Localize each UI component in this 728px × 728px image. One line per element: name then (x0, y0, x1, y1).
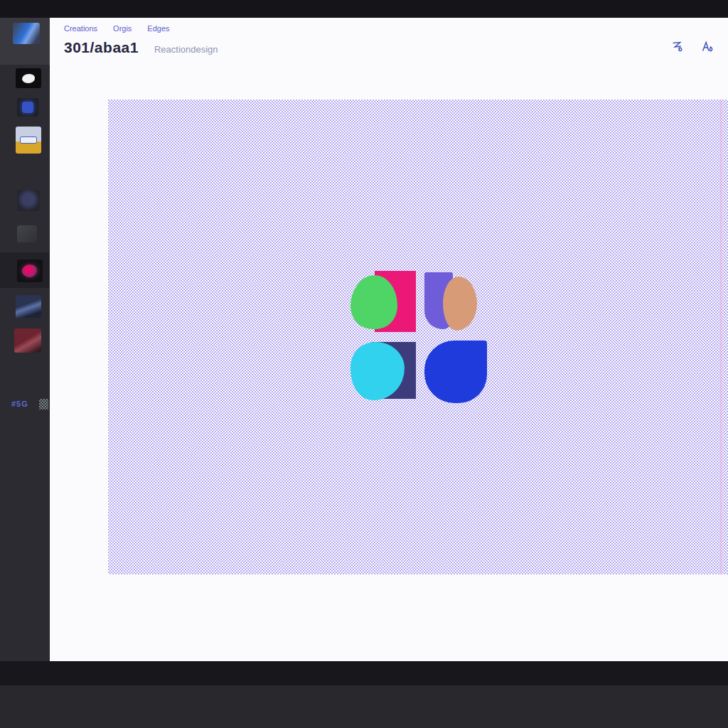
sidebar-thumbnail-1[interactable] (13, 23, 40, 44)
design-canvas[interactable] (108, 100, 728, 574)
pen-icon[interactable] (670, 39, 685, 55)
sidebar-thumbnail-5[interactable] (17, 190, 40, 211)
sidebar-thumbnail-7[interactable] (17, 259, 43, 282)
canvas-bottom-margin (50, 641, 728, 661)
menu-item-orgis[interactable]: Orgis (113, 24, 132, 33)
content-surface: Creations Orgis Edges 301/abaa1 Reaction… (50, 18, 728, 661)
header-row: 301/abaa1 Reactiondesign (64, 39, 218, 56)
blue-square-icon (22, 102, 33, 113)
magenta-ring-icon (22, 264, 38, 277)
logo-artwork[interactable] (350, 269, 486, 405)
sidebar-mini-tools-icon[interactable]: #5G (11, 400, 33, 412)
logo-blue-leaf (424, 341, 487, 403)
qr-pattern-icon[interactable] (39, 399, 48, 410)
bottom-dark-bar (0, 661, 728, 685)
bottom-dock-bar (0, 685, 728, 728)
white-blob-icon (22, 74, 35, 83)
logo-green-blob (350, 275, 397, 329)
card-icon (20, 136, 37, 144)
thumbnail-sidebar: #5G (0, 18, 50, 661)
logo-salmon-blob (443, 277, 477, 331)
canvas-guide-line (720, 100, 722, 574)
toolbar-icons (670, 39, 715, 55)
menu-bar: Creations Orgis Edges (64, 24, 170, 33)
menu-item-edges[interactable]: Edges (147, 24, 169, 33)
page-subtitle: Reactiondesign (154, 44, 218, 55)
sidebar-thumbnail-8[interactable] (16, 295, 41, 318)
menu-item-creations[interactable]: Creations (64, 24, 97, 33)
sidebar-thumbnail-2[interactable] (16, 68, 41, 88)
sidebar-thumbnail-9[interactable] (14, 328, 41, 353)
page-title: 301/abaa1 (64, 39, 139, 56)
sidebar-thumbnail-6[interactable] (17, 225, 37, 242)
os-top-bar (0, 0, 728, 18)
sidebar-thumbnail-4[interactable] (16, 127, 41, 154)
font-style-icon[interactable] (700, 39, 715, 55)
app-window: #5G Creations Orgis Edges 301/abaa1 Reac… (0, 0, 728, 728)
sidebar-thumbnail-3[interactable] (17, 98, 38, 117)
